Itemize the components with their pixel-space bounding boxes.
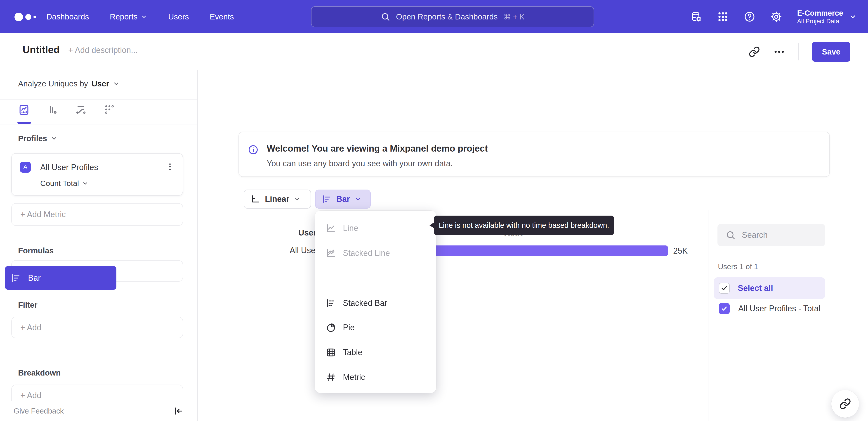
menu-item-metric[interactable]: Metric [315, 365, 436, 390]
nav-item-label: Events [210, 12, 234, 21]
nav-item-label: Dashboards [46, 12, 89, 21]
select-all-row[interactable]: Select all [714, 277, 825, 299]
disabled-option-tooltip: Line is not available with no time based… [434, 216, 614, 235]
report-title[interactable]: Untitled [23, 44, 60, 55]
header-divider [798, 43, 799, 60]
add-label: + Add [20, 323, 41, 332]
profiles-section-title[interactable]: Profiles [18, 134, 47, 143]
global-search-placeholder: Open Reports & Dashboards [396, 12, 498, 21]
add-label: + Add [20, 391, 41, 400]
active-tab-underline [18, 122, 31, 124]
analyze-value-dropdown[interactable]: User [92, 79, 109, 88]
menu-item-table[interactable]: Table [315, 340, 436, 365]
tab-insights[interactable] [18, 104, 30, 124]
banner-title: Welcome! You are viewing a Mixpanel demo… [267, 143, 488, 153]
chart-bar-value: 25K [673, 246, 688, 256]
tooltip-text: Line is not available with no time based… [439, 221, 609, 230]
project-name: E-Commerce [797, 8, 843, 18]
search-icon [725, 230, 736, 240]
nav-item-reports[interactable]: Reports [110, 12, 148, 21]
save-button[interactable]: Save [812, 42, 850, 62]
add-metric-label: + Add Metric [20, 210, 66, 219]
metric-hash-icon [326, 372, 336, 383]
check-icon [721, 285, 727, 291]
menu-item-bar[interactable]: Bar [5, 266, 116, 290]
sidebar-divider [0, 99, 197, 100]
chevron-down-icon [849, 13, 857, 21]
panel-divider [708, 210, 708, 421]
nav-item-users[interactable]: Users [168, 12, 189, 21]
demo-project-banner [239, 132, 830, 177]
menu-item-line[interactable]: Line [315, 216, 436, 241]
scale-label: Linear [265, 194, 289, 204]
menu-item-label: Line [343, 224, 358, 233]
stacked-line-icon [326, 248, 336, 258]
filter-section-title: Filter [18, 301, 37, 309]
nav-item-label: Reports [110, 12, 138, 21]
chevron-down-icon [354, 196, 361, 202]
chevron-down-icon [82, 180, 88, 187]
select-all-checkbox[interactable] [719, 283, 730, 293]
menu-item-stacked-bar[interactable]: Stacked Bar [315, 291, 436, 315]
aggregation-label: Count Total [40, 179, 79, 188]
tab-flows[interactable] [75, 104, 87, 124]
formulas-section-title: Formulas [18, 246, 54, 255]
series-label: All User Profiles - Total [738, 304, 820, 313]
menu-item-pie[interactable]: Pie [315, 315, 436, 340]
apps-grid-icon[interactable] [717, 11, 729, 23]
pie-chart-icon [326, 322, 336, 333]
metric-card[interactable]: A All User Profiles Count Total [11, 153, 183, 196]
tab-retention[interactable] [103, 104, 115, 124]
series-row[interactable]: All User Profiles - Total [719, 303, 820, 314]
select-all-label: Select all [738, 283, 773, 293]
menu-item-label: Stacked Line [343, 248, 390, 258]
menu-item-label: Pie [343, 323, 355, 332]
global-search-button[interactable]: Open Reports & Dashboards ⌘ + K [311, 6, 594, 27]
add-metric-button[interactable]: + Add Metric [11, 203, 183, 226]
chart-type-label: Bar [336, 194, 350, 204]
menu-item-label: Table [343, 348, 362, 357]
copy-link-icon[interactable] [749, 46, 760, 57]
series-checkbox[interactable] [719, 303, 730, 314]
data-management-icon[interactable] [690, 11, 702, 23]
search-shortcut: ⌘ + K [503, 12, 524, 21]
menu-item-stacked-line[interactable]: Stacked Line [315, 241, 436, 265]
add-description-button[interactable]: + Add description... [68, 46, 138, 55]
report-header: Untitled + Add description... Save [0, 33, 868, 70]
aggregation-dropdown[interactable]: Count Total [40, 179, 88, 188]
tab-funnels[interactable] [46, 104, 58, 124]
project-switcher[interactable]: E-Commerce All Project Data [797, 8, 857, 25]
give-feedback-link[interactable]: Give Feedback [13, 407, 64, 415]
nav-item-dashboards[interactable]: Dashboards [46, 12, 89, 21]
insights-chart-icon [18, 104, 30, 116]
help-icon[interactable] [744, 11, 755, 23]
top-nav: Dashboards Reports Users Events Open Rep… [0, 0, 868, 33]
retention-grid-icon [103, 104, 115, 116]
kebab-menu-icon[interactable] [165, 162, 175, 171]
scale-selector-button[interactable]: Linear [244, 190, 311, 208]
funnels-bars-icon [46, 104, 58, 116]
banner-subtitle: You can use any board you see with your … [267, 159, 453, 168]
metric-name[interactable]: All User Profiles [40, 163, 98, 172]
check-icon [721, 305, 727, 312]
linear-scale-icon [250, 194, 260, 204]
chevron-down-icon[interactable] [51, 135, 57, 142]
series-count-label: Users 1 of 1 [718, 262, 758, 271]
project-scope: All Project Data [797, 18, 843, 25]
share-link-fab[interactable] [831, 390, 859, 418]
nav-item-events[interactable]: Events [210, 12, 234, 21]
mixpanel-logo[interactable] [14, 13, 36, 21]
collapse-sidebar-icon[interactable] [174, 406, 184, 416]
nav-item-label: Users [168, 12, 189, 21]
series-search-input[interactable] [742, 230, 816, 240]
more-options-icon[interactable] [773, 46, 785, 58]
add-filter-button[interactable]: + Add [11, 317, 183, 338]
bar-chart-icon [322, 194, 332, 204]
settings-gear-icon[interactable] [770, 11, 782, 23]
table-icon [326, 347, 336, 358]
metric-letter-badge: A [20, 162, 31, 173]
chevron-down-icon [141, 13, 147, 20]
series-search-box[interactable] [717, 224, 825, 246]
chevron-down-icon[interactable] [113, 80, 120, 87]
chart-type-selector-button[interactable]: Bar [315, 190, 371, 208]
